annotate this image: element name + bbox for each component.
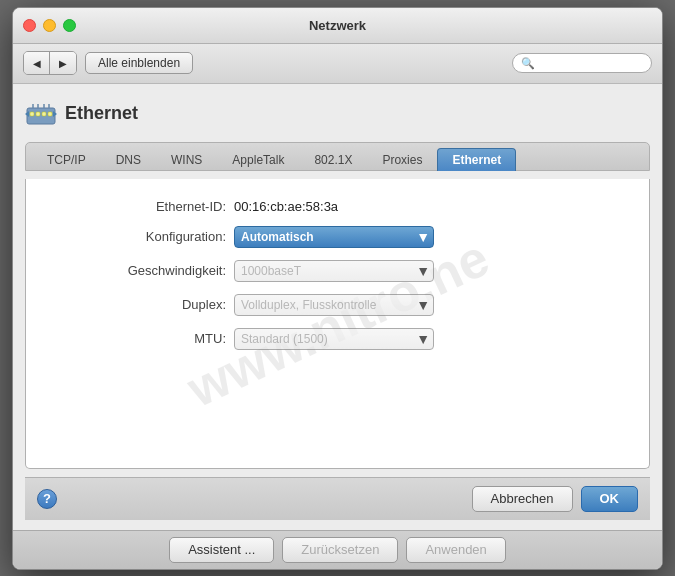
mtu-label: MTU: xyxy=(56,331,226,346)
section-title: Ethernet xyxy=(65,103,138,124)
svg-rect-1 xyxy=(30,112,34,116)
right-buttons: Abbrechen OK xyxy=(472,486,638,512)
help-button[interactable]: ? xyxy=(37,489,57,509)
abbrechen-button[interactable]: Abbrechen xyxy=(472,486,573,512)
content-area: Ethernet TCP/IP DNS WINS AppleTalk 802.1… xyxy=(13,84,662,530)
ethernet-id-value: 00:16:cb:ae:58:3a xyxy=(234,199,619,214)
zuruecksetzen-button[interactable]: Zurücksetzen xyxy=(282,537,398,563)
tab-8021x[interactable]: 802.1X xyxy=(299,148,367,171)
main-window: Netzwerk ◀ ▶ Alle einblenden 🔍 xyxy=(12,7,663,570)
bottom-bar: ? Abbrechen OK xyxy=(25,477,650,520)
titlebar: Netzwerk xyxy=(13,8,662,44)
duplex-label: Duplex: xyxy=(56,297,226,312)
tab-tcpip[interactable]: TCP/IP xyxy=(32,148,101,171)
section-header: Ethernet xyxy=(25,94,650,134)
minimize-button[interactable] xyxy=(43,19,56,32)
search-input[interactable] xyxy=(538,57,643,69)
mtu-select[interactable]: Standard (1500) Benutzerdefiniert xyxy=(234,328,434,350)
tab-dns[interactable]: DNS xyxy=(101,148,156,171)
nav-forward-button[interactable]: ▶ xyxy=(50,52,76,74)
show-all-button[interactable]: Alle einblenden xyxy=(85,52,193,74)
anwenden-button[interactable]: Anwenden xyxy=(406,537,505,563)
konfiguration-select[interactable]: Automatisch Manuell xyxy=(234,226,434,248)
duplex-select[interactable]: Vollduplex, Flusskontrolle Vollduplex Ha… xyxy=(234,294,434,316)
geschwindigkeit-select[interactable]: 1000baseT 100baseT 10baseT xyxy=(234,260,434,282)
window-title: Netzwerk xyxy=(309,18,366,33)
geschwindigkeit-label: Geschwindigkeit: xyxy=(56,263,226,278)
ok-button[interactable]: OK xyxy=(581,486,639,512)
duplex-wrapper: Vollduplex, Flusskontrolle Vollduplex Ha… xyxy=(234,294,434,316)
tab-wins[interactable]: WINS xyxy=(156,148,217,171)
tab-bar: TCP/IP DNS WINS AppleTalk 802.1X Proxies… xyxy=(25,142,650,171)
ethernet-icon xyxy=(25,98,57,130)
close-button[interactable] xyxy=(23,19,36,32)
tab-appletalk[interactable]: AppleTalk xyxy=(217,148,299,171)
toolbar: ◀ ▶ Alle einblenden 🔍 xyxy=(13,44,662,84)
search-box: 🔍 xyxy=(512,53,652,73)
nav-buttons: ◀ ▶ xyxy=(23,51,77,75)
tab-ethernet[interactable]: Ethernet xyxy=(437,148,516,171)
tab-proxies[interactable]: Proxies xyxy=(367,148,437,171)
ethernet-id-label: Ethernet-ID: xyxy=(56,199,226,214)
search-icon: 🔍 xyxy=(521,57,535,70)
window-controls xyxy=(23,19,76,32)
maximize-button[interactable] xyxy=(63,19,76,32)
konfiguration-label: Konfiguration: xyxy=(56,229,226,244)
form-grid: Ethernet-ID: 00:16:cb:ae:58:3a Konfigura… xyxy=(56,199,619,350)
assistent-button[interactable]: Assistent ... xyxy=(169,537,274,563)
footer-bar: Assistent ... Zurücksetzen Anwenden xyxy=(13,530,662,569)
mtu-wrapper: Standard (1500) Benutzerdefiniert ▼ xyxy=(234,328,434,350)
svg-rect-2 xyxy=(36,112,40,116)
konfiguration-wrapper: Automatisch Manuell ▼ xyxy=(234,226,434,248)
svg-rect-3 xyxy=(42,112,46,116)
geschwindigkeit-wrapper: 1000baseT 100baseT 10baseT ▼ xyxy=(234,260,434,282)
svg-rect-4 xyxy=(48,112,52,116)
nav-back-button[interactable]: ◀ xyxy=(24,52,50,74)
main-panel: www.nitro.ne Ethernet-ID: 00:16:cb:ae:58… xyxy=(25,179,650,469)
